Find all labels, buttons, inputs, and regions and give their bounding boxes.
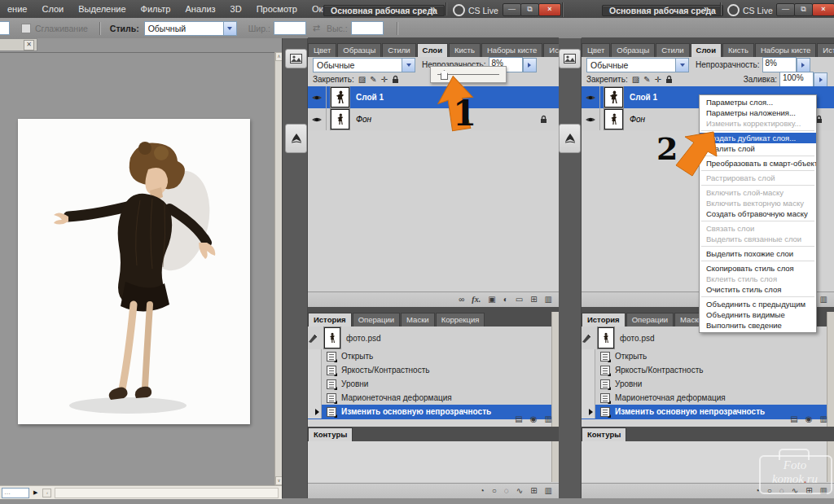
tolerance-input[interactable]: [0, 21, 10, 35]
history-item[interactable]: Яркость/Контрастность: [582, 363, 827, 378]
lock-paint-icon[interactable]: ✎: [370, 75, 376, 84]
history-scrollbar[interactable]: [827, 312, 834, 427]
history-item[interactable]: Уровни: [582, 377, 827, 392]
layer-name[interactable]: Слой 1: [630, 93, 657, 102]
lock-move-icon[interactable]: ✛: [381, 75, 388, 84]
tab-brush-presets[interactable]: Наборы кисте: [755, 43, 816, 57]
history-item[interactable]: Яркость/Контрастность: [308, 363, 552, 378]
restore-button-right[interactable]: ⧉: [794, 3, 813, 16]
swap-dimensions-icon[interactable]: ⇄: [313, 23, 320, 33]
add-mask-icon[interactable]: ▣: [488, 293, 495, 306]
minimize-button-left[interactable]: —: [503, 3, 521, 16]
new-snapshot-icon[interactable]: ◉: [805, 413, 813, 426]
menu-item-merge-down[interactable]: Объединить с предыдущим: [700, 299, 816, 309]
adjustment-layer-icon[interactable]: ◐: [503, 293, 508, 306]
menu-item-truncated[interactable]: ение: [0, 0, 34, 18]
lock-transparency-icon[interactable]: ▨: [632, 75, 639, 84]
menu-item-blending-options[interactable]: Параметры наложения...: [700, 107, 816, 118]
tab-masks[interactable]: Маски: [401, 313, 435, 327]
menu-item-clear-layer-style[interactable]: Очистить стиль слоя: [700, 284, 816, 295]
new-group-icon[interactable]: ▭: [516, 293, 523, 306]
fill-slider-arrow[interactable]: [814, 72, 827, 87]
blend-mode-dropdown[interactable]: Обычные: [313, 58, 415, 72]
new-snapshot-icon[interactable]: ◉: [530, 413, 538, 426]
tab-brush[interactable]: Кисть: [449, 43, 481, 57]
scroll-left-icon[interactable]: ‹: [42, 489, 51, 497]
new-path-icon[interactable]: ⊞: [530, 484, 537, 497]
new-doc-from-state-icon[interactable]: ▤: [790, 413, 797, 426]
delete-layer-icon[interactable]: ▥: [545, 293, 552, 306]
tab-layers[interactable]: Слои: [417, 43, 448, 57]
menu-item-flatten-image[interactable]: Выполнить сведение: [700, 320, 816, 331]
lock-move-icon[interactable]: ✛: [655, 75, 661, 84]
tab-paths[interactable]: Контуры: [582, 427, 626, 441]
history-item[interactable]: Открыть: [582, 349, 827, 364]
kuler-panel-icon[interactable]: [559, 124, 581, 153]
opacity-slider-arrow[interactable]: [523, 58, 537, 72]
menu-item-create-clipping-mask[interactable]: Создать обтравочную маску: [700, 208, 816, 219]
workspace-expand-icon[interactable]: »: [704, 3, 709, 15]
paths-scrollbar[interactable]: [551, 441, 559, 482]
kuler-panel-icon[interactable]: [285, 124, 307, 153]
new-layer-icon[interactable]: ⊞: [530, 293, 537, 306]
mini-bridge-icon[interactable]: [285, 49, 307, 68]
tab-styles[interactable]: Стили: [656, 43, 689, 57]
history-snapshot-row[interactable]: фото.psd: [308, 327, 552, 350]
layer-name[interactable]: Фон: [356, 115, 371, 124]
smoothing-checkbox[interactable]: [21, 24, 31, 33]
delete-layer-icon[interactable]: ▥: [820, 293, 827, 306]
document-tab[interactable]: ✕: [0, 38, 37, 51]
history-item[interactable]: Марионеточная деформация: [582, 391, 827, 405]
tab-brush[interactable]: Кисть: [722, 43, 754, 57]
history-brush-source-icon[interactable]: [308, 333, 323, 343]
layer-thumbnail[interactable]: [331, 109, 349, 129]
tab-clone-source[interactable]: Источник кло: [817, 43, 834, 57]
layer-thumbnail[interactable]: [604, 109, 623, 129]
fill-path-icon[interactable]: ◔: [480, 484, 485, 497]
lock-all-icon[interactable]: [665, 75, 673, 84]
tab-actions[interactable]: Операции: [353, 313, 400, 327]
history-item[interactable]: Марионеточная деформация: [308, 391, 552, 405]
workspace-expand-icon[interactable]: »: [430, 3, 436, 15]
delete-state-icon[interactable]: ▥: [820, 413, 827, 426]
layer-name[interactable]: Фон: [630, 115, 645, 124]
zoom-level-box[interactable]: …: [2, 488, 29, 498]
layer-thumbnail[interactable]: [331, 87, 349, 107]
close-button-left[interactable]: ×: [538, 3, 561, 16]
minimize-button-right[interactable]: —: [776, 3, 795, 16]
tab-paths[interactable]: Контуры: [308, 427, 353, 441]
opacity-slider-arrow[interactable]: [797, 58, 810, 72]
layer-row-layer1[interactable]: Слой 1: [308, 86, 559, 109]
height-input[interactable]: [351, 21, 384, 35]
tab-history[interactable]: История: [308, 313, 352, 327]
menu-item-layers[interactable]: Слои: [34, 0, 71, 18]
menu-item-view[interactable]: Просмотр: [249, 0, 305, 18]
history-scrollbar[interactable]: [551, 312, 559, 427]
lock-transparency-icon[interactable]: ▨: [358, 75, 366, 84]
blend-mode-dropdown[interactable]: Обычные: [586, 58, 689, 72]
lock-paint-icon[interactable]: ✎: [643, 75, 650, 84]
layer-style-icon[interactable]: fx.: [472, 293, 481, 306]
fill-value[interactable]: 100%: [779, 72, 814, 87]
tab-actions[interactable]: Операции: [626, 313, 674, 327]
tab-swatches[interactable]: Образцы: [337, 43, 381, 57]
tab-color[interactable]: Цвет: [582, 43, 610, 57]
stroke-path-icon[interactable]: ○: [492, 484, 497, 497]
opacity-value[interactable]: 8%: [762, 57, 797, 72]
menu-item-layer-properties[interactable]: Параметры слоя...: [700, 97, 816, 107]
canvas[interactable]: [0, 52, 274, 486]
history-item[interactable]: Открыть: [308, 349, 552, 364]
tab-history[interactable]: История: [582, 313, 626, 327]
menu-item-analysis[interactable]: Анализ: [178, 0, 222, 18]
workspace-button-left[interactable]: Основная рабочая среда: [323, 2, 445, 17]
snapshot-thumbnail[interactable]: [598, 327, 614, 348]
menu-item-select[interactable]: Выделение: [71, 0, 133, 18]
layer-row-background[interactable]: Фон: [308, 108, 559, 131]
tab-styles[interactable]: Стили: [382, 43, 415, 57]
work-path-icon[interactable]: ∿: [516, 484, 523, 497]
restore-button-left[interactable]: ⧉: [520, 3, 539, 16]
style-dropdown[interactable]: Обычный: [144, 21, 237, 36]
menu-item-3d[interactable]: 3D: [223, 0, 249, 18]
menu-item-select-similar-layers[interactable]: Выделить похожие слои: [700, 248, 816, 259]
horizontal-scrollbar[interactable]: [55, 488, 279, 498]
